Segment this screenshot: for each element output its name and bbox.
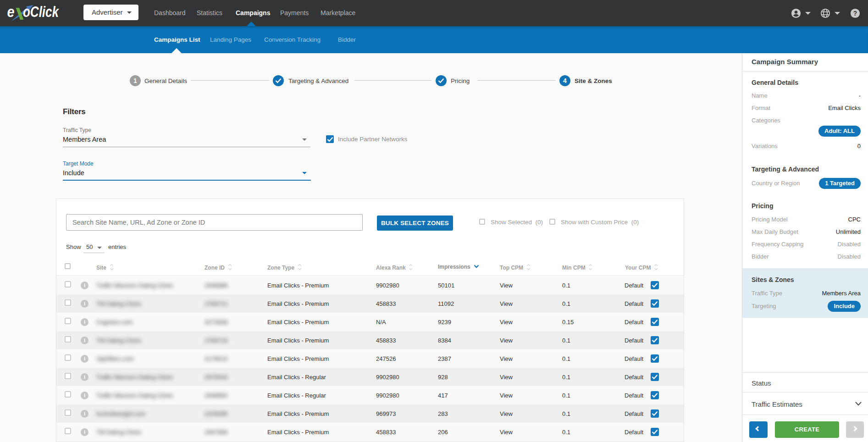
svg-text:oClick: oClick <box>23 3 59 20</box>
svg-text:e: e <box>7 3 15 20</box>
svg-text:?: ? <box>853 10 857 17</box>
